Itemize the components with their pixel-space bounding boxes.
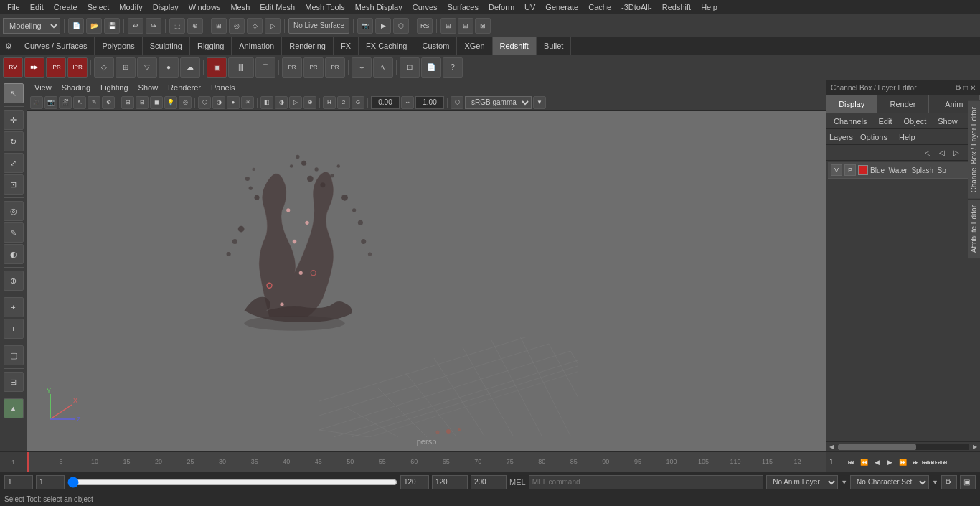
layer-row[interactable]: V P Blue_Water_Splash_Sp bbox=[828, 162, 979, 179]
camera-btn[interactable]: 📷 bbox=[357, 18, 373, 34]
vp-dof-btn[interactable]: ⊕ bbox=[303, 96, 316, 109]
vp-menu-shading[interactable]: Shading bbox=[57, 82, 95, 93]
layer-visible-btn[interactable]: V bbox=[831, 164, 842, 176]
vp-menu-view[interactable]: View bbox=[30, 82, 56, 93]
soft-mod-btn[interactable]: ◎ bbox=[4, 201, 24, 221]
shelf-pr3-btn[interactable]: PR bbox=[325, 57, 345, 78]
tl-loop-btn[interactable]: ⏮⏭ bbox=[923, 456, 934, 468]
paint-btn[interactable]: ◐ bbox=[4, 244, 24, 264]
layer-icon-btn-3[interactable]: ▷ bbox=[950, 146, 963, 159]
shelf-diamond-btn[interactable]: ◇ bbox=[94, 57, 114, 78]
menu-modify[interactable]: Modify bbox=[115, 1, 146, 13]
vp-menu-panels[interactable]: Panels bbox=[207, 82, 240, 93]
shelf-node-btn[interactable]: ⊡ bbox=[400, 57, 420, 78]
shelf-ipr-btn1[interactable]: ■▶ bbox=[24, 57, 44, 78]
vp-shade-btn[interactable]: ● bbox=[227, 96, 240, 109]
show-manip-btn[interactable]: ⊕ bbox=[4, 271, 24, 291]
vp-hud-btn[interactable]: H bbox=[323, 96, 336, 109]
tab-redshift[interactable]: Redshift bbox=[493, 37, 537, 55]
tl-goto-end-btn[interactable]: ⏭ bbox=[910, 456, 921, 468]
horizontal-scrollbar[interactable]: ◀ ▶ bbox=[826, 441, 980, 451]
tab-gear[interactable]: ⚙ bbox=[0, 37, 17, 55]
char-set-select[interactable]: No Character Set bbox=[850, 475, 929, 489]
rotate-tool-btn[interactable]: ↻ bbox=[4, 131, 24, 151]
tab-animation[interactable]: Animation bbox=[232, 37, 282, 55]
vp-menu-renderer[interactable]: Renderer bbox=[164, 82, 205, 93]
vp-ambient-btn[interactable]: ☀ bbox=[241, 96, 254, 109]
menu-cache[interactable]: Cache bbox=[584, 1, 616, 13]
redo-btn[interactable]: ↪ bbox=[146, 18, 161, 34]
vp-ao-btn[interactable]: ◑ bbox=[275, 96, 288, 109]
current-frame-field[interactable]: 1 bbox=[4, 475, 33, 489]
vp-isolate-btn[interactable]: ⬡ bbox=[198, 96, 211, 109]
tab-curves-surfaces[interactable]: Curves / Surfaces bbox=[17, 37, 95, 55]
shelf-help-btn[interactable]: ? bbox=[443, 57, 463, 78]
menu-redshift[interactable]: Redshift bbox=[658, 1, 695, 13]
menu-mesh[interactable]: Mesh bbox=[226, 1, 254, 13]
lasso-btn[interactable]: ⊕ bbox=[187, 18, 203, 34]
vp-light-btn[interactable]: 💡 bbox=[164, 96, 177, 109]
timeline-ruler[interactable]: 5 10 15 20 25 30 35 40 45 50 55 60 65 70… bbox=[27, 452, 826, 472]
tab-fx[interactable]: FX bbox=[334, 37, 359, 55]
layer-icon-btn-2[interactable]: ◁ bbox=[936, 146, 948, 159]
rp-layers-help[interactable]: Help bbox=[895, 131, 920, 143]
snap-pt-left-btn[interactable]: + bbox=[4, 319, 24, 339]
render-preview-btn[interactable]: ▶ bbox=[375, 18, 391, 34]
shelf-pr1-btn[interactable]: PR bbox=[282, 57, 302, 78]
shelf-pr2-btn[interactable]: PR bbox=[303, 57, 324, 78]
mode-select[interactable]: Modeling bbox=[3, 18, 60, 34]
tab-rendering[interactable]: Rendering bbox=[282, 37, 334, 55]
tab-custom[interactable]: Custom bbox=[415, 37, 458, 55]
max-end-field[interactable]: 200 bbox=[471, 475, 507, 489]
range-end-field[interactable]: 120 bbox=[400, 475, 429, 489]
menu-3dtoall[interactable]: -3DtoAll- bbox=[617, 1, 656, 13]
save-btn[interactable]: 💾 bbox=[104, 18, 120, 34]
shelf-ipr-btn2[interactable]: IPR bbox=[46, 57, 66, 78]
layer-icon-btn-1[interactable]: ◁ bbox=[921, 146, 934, 159]
vp-shadow-btn[interactable]: ◧ bbox=[260, 96, 273, 109]
snap-surface-btn[interactable]: ▷ bbox=[265, 18, 281, 34]
vp-select-btn[interactable]: ↖ bbox=[73, 96, 86, 109]
tl-step-back-btn[interactable]: ⏪ bbox=[858, 456, 870, 468]
menu-edit-mesh[interactable]: Edit Mesh bbox=[255, 1, 299, 13]
shelf-strip-btn[interactable]: ||| bbox=[228, 57, 254, 78]
vp-gamma-select[interactable]: sRGB gamma bbox=[465, 96, 532, 109]
selection-mask-btn[interactable]: ⊟ bbox=[4, 372, 24, 392]
expand-right-btn[interactable]: ⊞ bbox=[440, 18, 456, 34]
shelf-cloud-btn[interactable]: ☁ bbox=[180, 57, 200, 78]
view-options-btn[interactable]: ⊠ bbox=[475, 18, 491, 34]
scroll-left-arrow[interactable]: ◀ bbox=[826, 442, 837, 452]
bottom-icon-btn[interactable]: ▲ bbox=[4, 398, 24, 418]
vp-colorspace-icon[interactable]: ⬡ bbox=[451, 96, 463, 109]
timeline-scrubber[interactable] bbox=[67, 479, 397, 485]
vp-grid-btn[interactable]: ⊞ bbox=[121, 96, 134, 109]
select-mode-btn[interactable]: ⬚ bbox=[169, 18, 185, 34]
rp-tab-display[interactable]: Display bbox=[826, 95, 877, 113]
tab-fx-caching[interactable]: FX Caching bbox=[359, 37, 415, 55]
rp-sub-channels[interactable]: Channels bbox=[829, 116, 871, 127]
shelf-bowl-btn[interactable]: ⌣ bbox=[352, 57, 372, 78]
tab-xgen[interactable]: XGen bbox=[457, 37, 492, 55]
menu-file[interactable]: File bbox=[3, 1, 24, 13]
start-frame-field[interactable]: 1 bbox=[36, 475, 65, 489]
shelf-sphere-btn[interactable]: ● bbox=[159, 57, 179, 78]
status-icon-btn-1[interactable]: ⚙ bbox=[941, 475, 957, 489]
select-tool-btn[interactable]: ↖ bbox=[4, 83, 24, 103]
tl-loop2-btn[interactable]: ⏭⏮ bbox=[936, 456, 947, 468]
vp-tools-btn[interactable]: ⚙ bbox=[102, 96, 115, 109]
range-end2-field[interactable]: 120 bbox=[432, 475, 468, 489]
menu-windows[interactable]: Windows bbox=[184, 1, 225, 13]
shelf-cone-btn[interactable]: ▽ bbox=[137, 57, 157, 78]
panel-settings-icon[interactable]: ⚙ bbox=[955, 84, 961, 92]
tab-bullet[interactable]: Bullet bbox=[537, 37, 572, 55]
shelf-wave-btn[interactable]: ∿ bbox=[373, 57, 393, 78]
rp-tab-render[interactable]: Render bbox=[877, 95, 928, 113]
redshift-render-btn[interactable]: RS bbox=[417, 18, 433, 34]
open-btn[interactable]: 📂 bbox=[86, 18, 102, 34]
menu-curves[interactable]: Curves bbox=[408, 1, 442, 13]
rp-sub-show[interactable]: Show bbox=[933, 116, 962, 127]
render-btn[interactable]: ⬡ bbox=[393, 18, 409, 34]
vp-gamma-arrow[interactable]: ▼ bbox=[533, 96, 546, 109]
vp-paint-btn[interactable]: ✎ bbox=[88, 96, 100, 109]
shelf-rv-btn[interactable]: RV bbox=[3, 57, 23, 78]
